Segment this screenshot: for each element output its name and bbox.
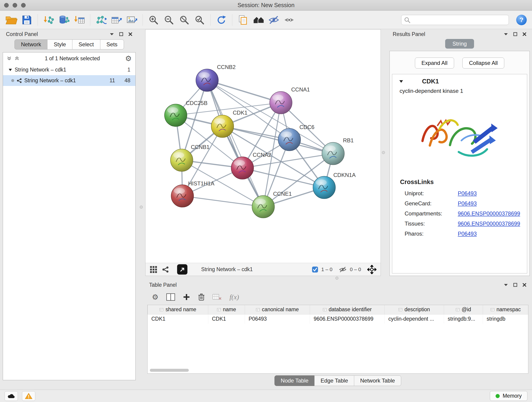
results-panel-close-button[interactable] (522, 32, 526, 36)
import-table-file-button[interactable] (72, 13, 86, 27)
pan-crosshair-icon[interactable] (367, 265, 376, 274)
apply-layout-button[interactable] (215, 13, 228, 27)
node-label-CCNB2: CCNB2 (217, 64, 235, 70)
column-header-name[interactable]: name (208, 305, 245, 314)
gene-header[interactable]: CDK1 (392, 74, 527, 86)
crosslink-link[interactable]: 9606.ENSP00000378699 (458, 211, 520, 217)
crosslink-link[interactable]: P06493 (458, 200, 477, 207)
hide-graphics-button[interactable] (267, 13, 281, 27)
popout-arrow-icon (180, 267, 185, 272)
delete-table-button[interactable] (213, 294, 222, 300)
collapse-all-networks-button[interactable] (7, 56, 12, 61)
import-network-icon (43, 15, 54, 25)
zoom-fit-button[interactable] (177, 13, 191, 27)
table-panel-close-button[interactable] (522, 283, 526, 287)
table-cell[interactable]: CDK1 (148, 314, 208, 324)
network-row[interactable]: String Network – cdk1 11 48 (3, 75, 135, 86)
splitter-handle-right[interactable] (382, 151, 385, 154)
eye-slash-icon (268, 15, 279, 25)
tab-select[interactable]: Select (72, 39, 100, 50)
table-panel-maximize-button[interactable] (513, 283, 517, 287)
copy-document-button[interactable] (236, 13, 250, 27)
expand-all-networks-button[interactable] (14, 56, 19, 61)
add-column-button[interactable] (183, 293, 190, 301)
results-panel-maximize-button[interactable] (513, 32, 517, 36)
tab-node-table[interactable]: Node Table (274, 375, 315, 386)
network-collection-row[interactable]: String Network – cdk1 1 (3, 64, 135, 75)
close-window-button[interactable] (4, 3, 9, 7)
selected-checkbox-icon[interactable] (312, 266, 318, 273)
export-table-button[interactable] (109, 13, 123, 27)
open-session-button[interactable] (5, 13, 18, 27)
column-header-canonical-name[interactable]: canonical name (245, 305, 310, 314)
save-session-button[interactable] (20, 13, 34, 27)
network-graph[interactable]: CCNB2CCNA1CDC25BCDK1CDC6RB1CCNB1CCNA2CDK… (146, 30, 380, 263)
collapse-all-button[interactable]: Collapse All (462, 57, 504, 69)
function-builder-button[interactable]: f(x) (230, 293, 239, 301)
table-cell[interactable]: CDK1 (208, 314, 245, 324)
splitter-handle-bottom[interactable] (336, 277, 338, 280)
tab-network[interactable]: Network (14, 39, 47, 50)
help-button[interactable]: ? (515, 14, 527, 26)
control-panel-header: Control Panel (3, 29, 136, 39)
node-label-CCNA2: CCNA2 (253, 152, 271, 158)
table-cell[interactable]: cyclin-dependent ... (385, 314, 444, 324)
crosslink-link[interactable]: P06493 (458, 230, 477, 237)
import-network-database-button[interactable] (57, 13, 71, 27)
crosslink-row: Uniprot:P06493 (392, 188, 527, 198)
table-cell[interactable]: stringdb (483, 314, 529, 324)
column-header-description[interactable]: description (385, 305, 444, 314)
tab-sets[interactable]: Sets (100, 39, 124, 50)
expand-all-button[interactable]: Expand All (415, 57, 454, 69)
zoom-selected-button[interactable] (193, 13, 206, 27)
warning-status-button[interactable] (22, 391, 35, 401)
tree-expander-icon[interactable] (8, 69, 12, 71)
minimize-window-button[interactable] (13, 3, 17, 7)
control-panel-float-button[interactable] (109, 33, 114, 36)
column-header-database-identifier[interactable]: database identifier (310, 305, 385, 314)
network-options-gear-icon[interactable]: ⚙ (125, 55, 132, 62)
show-columns-button[interactable] (166, 293, 175, 301)
table-cell[interactable]: 9606.ENSP00000378699 (310, 314, 385, 324)
memory-button[interactable]: Memory (490, 391, 527, 401)
hidden-eye-slash-icon[interactable] (339, 266, 347, 273)
zoom-out-button[interactable] (162, 13, 176, 27)
cloud-status-button[interactable] (5, 391, 18, 401)
tab-edge-table[interactable]: Edge Table (314, 375, 354, 386)
table-row[interactable]: CDK1CDK1P064939606.ENSP00000378699cyclin… (148, 314, 529, 324)
column-header-@id[interactable]: @id (444, 305, 483, 314)
splitter-handle-left[interactable] (140, 206, 143, 209)
table-panel-float-button[interactable] (504, 283, 508, 286)
delete-column-button[interactable] (198, 293, 205, 301)
export-image-button[interactable] (125, 13, 139, 27)
tab-style[interactable]: Style (47, 39, 72, 50)
crosslink-link[interactable]: P06493 (458, 190, 477, 197)
zoom-window-button[interactable] (21, 3, 26, 7)
control-panel-maximize-button[interactable] (119, 32, 123, 36)
birdseye-view-button[interactable] (252, 13, 265, 27)
crosslink-link[interactable]: 9606.ENSP00000378699 (458, 220, 520, 227)
column-header-shared-name[interactable]: shared name (148, 305, 208, 314)
collapse-triangle-icon[interactable] (399, 80, 403, 83)
zoom-in-button[interactable] (147, 13, 160, 27)
table-cell[interactable]: stringdb:9... (444, 314, 483, 324)
results-panel-float-button[interactable] (504, 33, 508, 36)
popout-view-button[interactable] (177, 264, 187, 274)
network-counters: 1 – 0 0 – 0 (312, 265, 376, 274)
table-cell[interactable]: P06493 (245, 314, 310, 324)
search-input[interactable] (401, 15, 509, 25)
grid-view-button[interactable] (150, 266, 157, 274)
crosslinks-title: CrossLinks (392, 172, 527, 188)
single-view-button[interactable] (162, 266, 169, 273)
table-settings-gear-icon[interactable]: ⚙ (152, 293, 158, 301)
show-graphics-button[interactable] (282, 13, 296, 27)
new-network-button[interactable] (94, 13, 108, 27)
database-network-icon (58, 15, 70, 25)
tab-network-table[interactable]: Network Table (354, 375, 401, 386)
network-canvas[interactable]: CCNB2CCNA1CDC25BCDK1CDC6RB1CCNB1CCNA2CDK… (146, 30, 380, 263)
import-network-file-button[interactable] (42, 13, 56, 27)
column-header-namespac[interactable]: namespac (483, 305, 529, 314)
string-results-tab[interactable]: String (445, 39, 474, 49)
control-panel-close-button[interactable] (128, 32, 133, 36)
horizontal-scrollbar[interactable] (150, 369, 189, 372)
